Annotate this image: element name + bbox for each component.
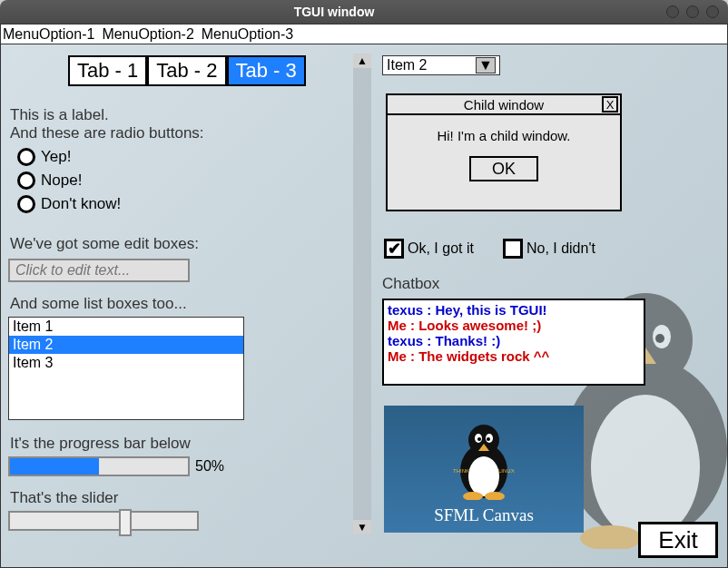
progress-bar xyxy=(8,456,190,476)
child-window-message: Hi! I'm a child window. xyxy=(388,115,620,143)
radio-row-nope[interactable]: Nope! xyxy=(17,171,121,190)
checkbox-group: ✔ Ok, I got it No, I didn't xyxy=(384,239,625,259)
svg-point-11 xyxy=(468,456,499,496)
menu-item-3[interactable]: MenuOption-3 xyxy=(200,26,295,43)
sfml-canvas: THINK LINUX SFML Canvas xyxy=(384,406,584,533)
minimize-button[interactable] xyxy=(666,5,679,18)
slider[interactable] xyxy=(8,511,199,531)
listbox[interactable]: Item 1 Item 2 Item 3 xyxy=(8,317,244,420)
child-window[interactable]: Child window X Hi! I'm a child window. O… xyxy=(386,93,622,211)
slider-label: That's the slider xyxy=(10,489,118,507)
editbox-label: We've got some edit boxes: xyxy=(10,235,199,253)
radio-label-nope: Nope! xyxy=(41,171,82,190)
edit-box[interactable] xyxy=(8,259,190,282)
menu-item-2[interactable]: MenuOption-2 xyxy=(100,26,195,43)
tab-1[interactable]: Tab - 1 xyxy=(68,55,147,86)
list-item[interactable]: Item 1 xyxy=(9,318,243,336)
radio-label-yep: Yep! xyxy=(41,148,71,166)
tab-bar: Tab - 1 Tab - 2 Tab - 3 xyxy=(68,55,306,86)
scroll-up-arrow-icon[interactable]: ▲ xyxy=(353,54,371,68)
svg-point-15 xyxy=(477,437,481,441)
radio-yep[interactable] xyxy=(17,148,35,166)
checkbox-label-no: No, I didn't xyxy=(526,239,595,259)
list-item[interactable]: Item 3 xyxy=(9,354,243,372)
canvas-side-right: LINUX xyxy=(498,468,515,474)
child-window-close-button[interactable]: X xyxy=(602,96,618,113)
intro-label-1: This is a label. xyxy=(10,106,109,124)
ok-button[interactable]: OK xyxy=(469,156,538,181)
tab-3[interactable]: Tab - 3 xyxy=(227,55,306,86)
combo-box[interactable]: Item 2 ▼ xyxy=(382,55,500,75)
intro-label-2: And these are radio buttons: xyxy=(10,124,204,142)
radio-dontknow[interactable] xyxy=(17,195,35,213)
radio-row-yep[interactable]: Yep! xyxy=(17,148,121,166)
checkbox-ok[interactable]: ✔ xyxy=(384,239,404,259)
svg-point-16 xyxy=(487,437,490,441)
menubar: MenuOption-1 MenuOption-2 MenuOption-3 xyxy=(1,24,727,44)
chat-line: Me : The widgets rock ^^ xyxy=(388,348,640,364)
chat-line: texus : Thanks! :) xyxy=(388,333,640,348)
titlebar: TGUI window xyxy=(0,0,728,24)
child-window-titlebar[interactable]: Child window X xyxy=(388,95,620,115)
progress-value: 50% xyxy=(195,458,224,475)
scroll-down-arrow-icon[interactable]: ▼ xyxy=(353,520,371,534)
client-area: Tab - 1 Tab - 2 Tab - 3 This is a label.… xyxy=(1,44,727,567)
slider-thumb[interactable] xyxy=(119,509,132,536)
radio-row-dontknow[interactable]: Don't know! xyxy=(17,195,121,213)
chat-line: texus : Hey, this is TGUI! xyxy=(388,302,640,318)
radio-label-dontknow: Don't know! xyxy=(41,195,121,213)
scroll-track[interactable] xyxy=(353,68,371,520)
tab-2[interactable]: Tab - 2 xyxy=(147,55,226,86)
canvas-label: SFML Canvas xyxy=(434,505,534,525)
canvas-side-left: THINK xyxy=(453,468,469,474)
menu-item-1[interactable]: MenuOption-1 xyxy=(1,26,96,43)
window-title: TGUI window xyxy=(9,5,659,19)
radio-group: Yep! Nope! Don't know! xyxy=(17,148,121,219)
exit-button[interactable]: Exit xyxy=(638,522,718,558)
maximize-button[interactable] xyxy=(686,5,699,18)
chevron-down-icon[interactable]: ▼ xyxy=(476,57,496,73)
chatbox[interactable]: texus : Hey, this is TGUI! Me : Looks aw… xyxy=(382,299,645,386)
combo-selected: Item 2 xyxy=(387,57,427,73)
penguin-icon: THINK LINUX xyxy=(448,420,520,500)
radio-nope[interactable] xyxy=(17,171,35,190)
vertical-scrollbar[interactable]: ▲ ▼ xyxy=(353,54,371,534)
child-window-title: Child window xyxy=(464,97,544,113)
chatbox-label: Chatbox xyxy=(382,275,439,293)
window-content: MenuOption-1 MenuOption-2 MenuOption-3 T… xyxy=(0,24,728,568)
chat-line: Me : Looks awesome! ;) xyxy=(388,318,640,333)
checkbox-no[interactable] xyxy=(503,239,523,259)
progress-fill xyxy=(10,458,99,475)
close-button[interactable] xyxy=(706,5,719,18)
listbox-label: And some list boxes too... xyxy=(10,295,187,313)
progress-label: It's the progress bar below xyxy=(10,435,191,453)
checkbox-label-ok: Ok, I got it xyxy=(408,239,474,259)
list-item[interactable]: Item 2 xyxy=(9,336,243,354)
progress-wrap: 50% xyxy=(8,456,224,476)
